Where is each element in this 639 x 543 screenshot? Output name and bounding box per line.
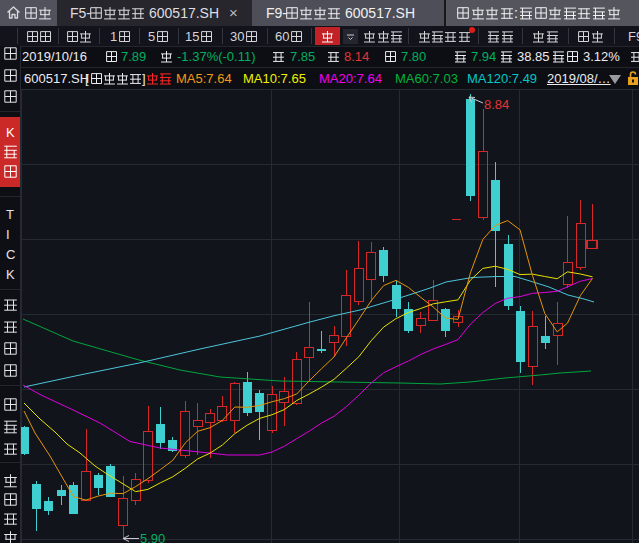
svg-text:8.84: 8.84 <box>484 97 509 112</box>
svg-text:5.90: 5.90 <box>140 531 165 543</box>
